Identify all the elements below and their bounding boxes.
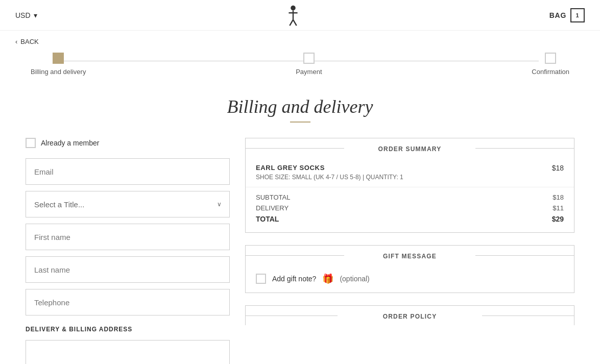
- telephone-field[interactable]: [26, 289, 230, 316]
- svg-line-4: [293, 19, 297, 25]
- order-item-row: EARL GREY SOCKS SHOE SIZE: SMALL (UK 4-7…: [246, 158, 574, 187]
- order-totals: SUBTOTAL $18 DELIVERY $11 TOTAL $29: [246, 187, 574, 232]
- confirmation-step-indicator: [545, 53, 556, 64]
- order-policy-heading: ORDER POLICY: [245, 305, 574, 325]
- total-row: TOTAL $29: [256, 215, 564, 223]
- logo: [283, 4, 303, 27]
- progress-step-billing: Billing and delivery: [31, 53, 86, 76]
- gift-message-heading: GIFT MESSAGE: [246, 246, 574, 265]
- delivery-value: $11: [553, 204, 564, 212]
- total-label: TOTAL: [256, 215, 279, 223]
- order-item-name: EARL GREY SOCKS: [256, 164, 403, 172]
- last-name-field[interactable]: [26, 256, 230, 283]
- payment-step-indicator: [303, 53, 315, 64]
- gift-optional-label: (optional): [340, 275, 369, 283]
- form-section: Already a member Select a Title... Mr Mr…: [26, 138, 230, 364]
- add-gift-label: Add gift note?: [272, 275, 316, 283]
- confirmation-step-label: Confirmation: [532, 68, 569, 76]
- back-label: BACK: [20, 38, 38, 45]
- back-row: ‹ BACK: [0, 31, 600, 53]
- first-name-field[interactable]: [26, 224, 230, 250]
- header: USD ▾ BAG 1: [0, 0, 600, 31]
- already-member-row: Already a member: [26, 138, 230, 148]
- address-field[interactable]: [26, 340, 230, 364]
- svg-point-0: [291, 5, 296, 10]
- bag-label: BAG: [549, 11, 566, 19]
- currency-selector[interactable]: USD ▾: [15, 11, 37, 19]
- currency-label: USD: [15, 11, 31, 19]
- right-panel: ORDER SUMMARY EARL GREY SOCKS SHOE SIZE:…: [245, 138, 574, 325]
- back-chevron-icon: ‹: [15, 38, 17, 45]
- delivery-billing-heading: DELIVERY & BILLING ADDRESS: [26, 326, 230, 333]
- subtotal-label: SUBTOTAL: [256, 193, 290, 201]
- title-underline: [290, 122, 310, 123]
- order-item-price: $18: [552, 164, 564, 172]
- delivery-row: DELIVERY $11: [256, 204, 564, 212]
- gift-note-checkbox[interactable]: [256, 274, 266, 284]
- order-summary-box: ORDER SUMMARY EARL GREY SOCKS SHOE SIZE:…: [245, 138, 574, 233]
- title-select-wrapper: Select a Title... Mr Mrs Ms Dr Prof ∨: [26, 191, 230, 217]
- subtotal-value: $18: [553, 193, 564, 201]
- gift-message-box: GIFT MESSAGE Add gift note? 🎁 (optional): [245, 245, 574, 293]
- gift-icon: 🎁: [322, 273, 333, 284]
- bag-count: 1: [570, 8, 585, 22]
- order-item-details: SHOE SIZE: SMALL (UK 4-7 / US 5-8) | QUA…: [256, 174, 403, 181]
- already-member-label: Already a member: [41, 139, 99, 147]
- delivery-label: DELIVERY: [256, 204, 289, 212]
- already-member-checkbox[interactable]: [26, 138, 36, 148]
- billing-step-label: Billing and delivery: [31, 68, 86, 76]
- progress-step-payment: Payment: [296, 53, 322, 76]
- billing-step-indicator: [53, 53, 64, 64]
- order-item-info: EARL GREY SOCKS SHOE SIZE: SMALL (UK 4-7…: [256, 164, 403, 181]
- progress-bar: Billing and delivery Payment Confirmatio…: [0, 53, 600, 86]
- order-summary-heading: ORDER SUMMARY: [246, 138, 574, 158]
- title-select[interactable]: Select a Title... Mr Mrs Ms Dr Prof: [26, 191, 230, 217]
- page-title: Billing and delivery: [0, 96, 600, 117]
- gift-content: Add gift note? 🎁 (optional): [246, 265, 574, 293]
- total-value: $29: [552, 215, 564, 223]
- subtotal-row: SUBTOTAL $18: [256, 193, 564, 201]
- main-content: Already a member Select a Title... Mr Mr…: [0, 138, 600, 364]
- email-field[interactable]: [26, 158, 230, 185]
- page-title-section: Billing and delivery: [0, 86, 600, 138]
- svg-line-3: [290, 19, 293, 25]
- currency-chevron-icon: ▾: [34, 11, 37, 19]
- payment-step-label: Payment: [296, 68, 322, 76]
- back-link[interactable]: ‹ BACK: [15, 38, 585, 45]
- bag-button[interactable]: BAG 1: [549, 8, 585, 22]
- progress-step-confirmation: Confirmation: [532, 53, 569, 76]
